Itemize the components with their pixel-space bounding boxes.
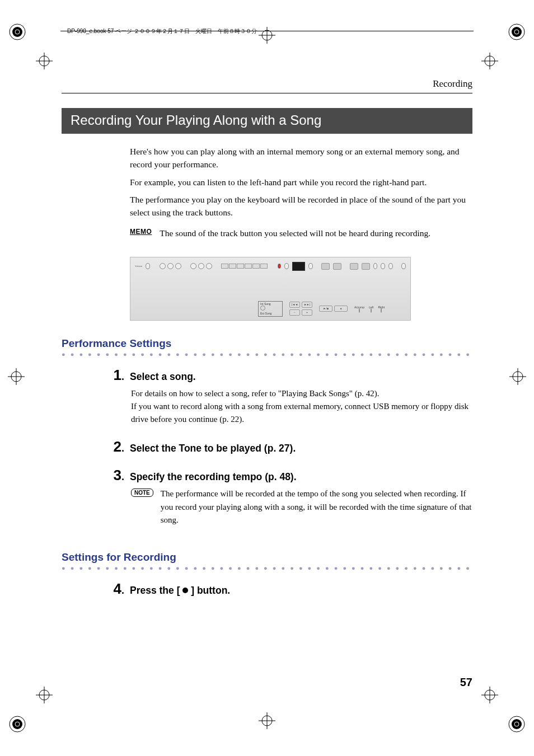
step-number: 1. <box>104 367 124 384</box>
intro-paragraph: Here's how you can play along with an in… <box>130 145 472 171</box>
knob-icon <box>190 263 196 269</box>
registration-mark-icon <box>507 22 526 41</box>
tone-button-icon <box>260 264 268 269</box>
page-number: 57 <box>460 676 472 689</box>
knob-icon <box>206 263 212 269</box>
record-dot-icon <box>182 588 188 593</box>
knob-icon <box>260 306 265 311</box>
pill-button-icon <box>362 263 370 270</box>
dotted-divider: ● ● ● ● ● ● ● ● ● ● ● ● ● ● ● ● ● ● ● ● … <box>62 352 472 356</box>
step-number: 2. <box>104 438 124 456</box>
crop-cross-icon <box>481 53 498 69</box>
step-title: Select a song. <box>130 371 196 383</box>
crop-cross-icon <box>36 687 53 703</box>
play-stop-button-icon: ►/■ <box>319 306 332 312</box>
knob-icon <box>146 263 150 269</box>
subheading-settings-for-recording: Settings for Recording <box>62 551 472 564</box>
figure-label: Int Song <box>260 302 271 306</box>
song-select-box: Int Song Ext Song <box>258 301 283 317</box>
knob-icon <box>388 263 393 269</box>
record-button-icon: ● <box>334 306 348 312</box>
tone-button-icon <box>245 264 252 269</box>
knob-icon <box>381 263 385 269</box>
note-text: The performance will be recorded at the … <box>161 487 472 527</box>
knob-icon <box>381 308 382 313</box>
pill-button-icon <box>350 263 358 270</box>
memo-badge: MEMO <box>130 227 152 236</box>
registration-mark-icon <box>507 715 526 734</box>
crop-cross-icon <box>509 368 526 385</box>
dotted-divider: ● ● ● ● ● ● ● ● ● ● ● ● ● ● ● ● ● ● ● ● … <box>62 566 472 570</box>
knob-icon <box>160 263 166 269</box>
minus-button-icon: − <box>289 309 300 316</box>
figure-label: Ext Song <box>260 312 271 315</box>
registration-mark-icon <box>8 22 27 41</box>
knob-icon <box>359 308 360 313</box>
tone-button-icon <box>252 264 260 269</box>
subheading-performance-settings: Performance Settings <box>62 337 472 350</box>
svg-point-7 <box>12 719 22 729</box>
metronome-led-icon <box>278 264 281 269</box>
crop-cross-icon <box>481 687 498 703</box>
knob-icon <box>308 263 313 269</box>
crop-cross-icon <box>36 53 53 69</box>
knob-icon <box>284 263 289 269</box>
figure-label: Volume <box>135 265 142 267</box>
knob-icon <box>371 308 372 313</box>
prev-button-icon: |◄◄ <box>289 302 300 308</box>
knob-icon <box>167 263 174 269</box>
crop-cross-icon <box>259 27 275 44</box>
svg-point-10 <box>512 719 522 729</box>
panel-figure: Volume <box>130 257 411 321</box>
crop-cross-icon <box>8 368 25 385</box>
book-header-meta: DP-990_e.book 57 ページ ２００９年２月１７日 火曜日 午前８時… <box>67 27 257 35</box>
step-number: 4. <box>104 580 124 598</box>
memo-text: The sound of the track button you select… <box>160 227 430 240</box>
section-tab: Recording <box>62 78 472 90</box>
lcd-icon <box>292 262 305 271</box>
divider <box>62 93 472 93</box>
step-body: For details on how to select a song, ref… <box>131 387 472 426</box>
note-badge: NOTE <box>131 489 153 497</box>
knob-icon <box>198 263 204 269</box>
tone-button-icon <box>229 264 236 269</box>
page-title: Recording Your Playing Along with a Song <box>62 108 472 134</box>
pill-button-icon <box>321 263 330 270</box>
step-title: Press the [ ] button. <box>130 585 230 597</box>
intro-paragraph: The performance you play on the keyboard… <box>130 193 472 219</box>
tone-button-icon <box>221 264 228 269</box>
step-title: Specify the recording tempo (p. 48). <box>130 471 297 483</box>
tone-button-icon <box>237 264 244 269</box>
registration-mark-icon <box>8 715 27 734</box>
svg-point-1 <box>12 27 22 37</box>
pill-button-icon <box>333 263 341 270</box>
next-button-icon: ►►| <box>302 302 312 308</box>
knob-icon <box>373 263 378 269</box>
plus-button-icon: + <box>302 309 312 316</box>
intro-paragraph: For example, you can listen to the left-… <box>130 176 472 189</box>
knob-icon <box>175 263 181 269</box>
knob-icon <box>401 263 406 269</box>
step-number: 3. <box>104 467 124 484</box>
step-title: Select the Tone to be played (p. 27). <box>130 443 296 454</box>
crop-cross-icon <box>259 712 275 729</box>
svg-point-4 <box>512 27 522 37</box>
